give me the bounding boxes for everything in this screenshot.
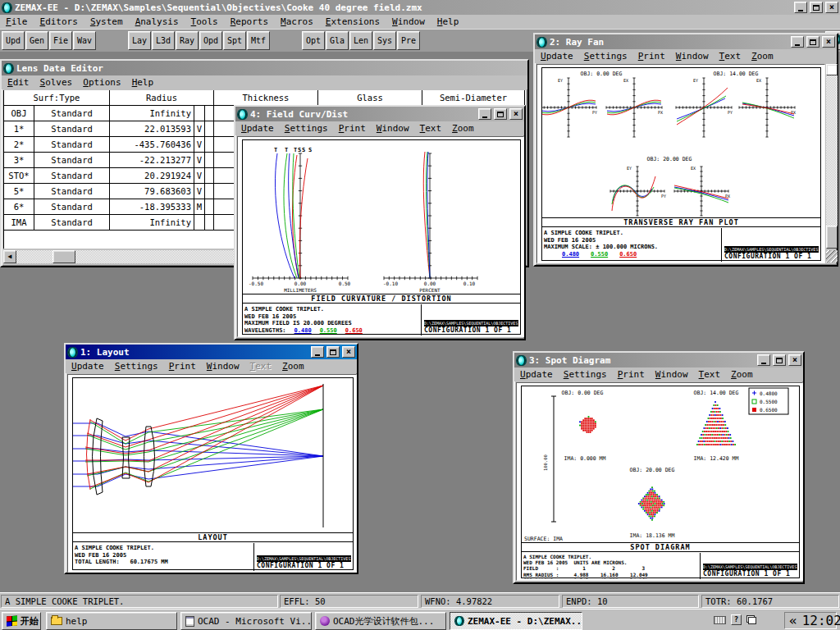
toolbar-opd-button[interactable]: Opd [199,31,222,50]
fieldcurv-menu-update[interactable]: Update [241,123,274,134]
menu-reports[interactable]: Reports [231,16,268,27]
lde-radius-cell[interactable]: 79.683603 [110,184,194,199]
fieldcurv-menu-text[interactable]: Text [420,123,442,134]
layout-menu-print[interactable]: Print [169,361,196,372]
windows-tray-icon[interactable] [746,615,756,624]
rayfan-menu-print[interactable]: Print [638,51,665,62]
lde-radius-flag-cell[interactable]: V [194,153,205,168]
toolbar-mtf-button[interactable]: Mtf [247,31,270,50]
lde-type-cell[interactable]: Standard [34,168,110,184]
spot-titlebar[interactable]: 3: Spot Diagram × [514,353,803,368]
layout-menu-settings[interactable]: Settings [115,361,158,372]
main-close-button[interactable]: × [825,2,838,13]
spot-maximize-button[interactable] [773,354,786,366]
toolbar-pre-button[interactable]: Pre [397,31,420,50]
lde-radius-pad-cell[interactable] [205,199,214,215]
lde-radius-flag-cell[interactable]: V [194,121,205,137]
rayfan-titlebar[interactable]: 2: Ray Fan × [535,34,837,49]
rayfan-scroll-track[interactable] [826,75,838,226]
lde-radius-flag-cell[interactable]: V [194,184,205,199]
rayfan-menu-window[interactable]: Window [676,51,709,62]
scroll-up-button[interactable] [826,64,838,75]
lde-surf-cell[interactable]: 6* [4,199,34,215]
lde-radius-pad-cell[interactable] [205,153,214,168]
resize-grip[interactable] [826,250,838,262]
lde-type-cell[interactable]: Standard [34,137,110,153]
layout-menu-zoom[interactable]: Zoom [282,361,304,372]
lde-radius-cell[interactable]: Infinity [110,106,194,121]
lde-col-semidiameter[interactable]: Semi-Diameter [422,90,525,106]
fieldcurv-maximize-button[interactable] [494,108,507,120]
lde-col-glass[interactable]: Glass [318,90,422,106]
lde-radius-flag-cell[interactable] [194,215,205,231]
lde-type-cell[interactable]: Standard [34,215,110,231]
help-tray-icon[interactable]: ? [731,614,742,625]
toolbar-len-button[interactable]: Len [349,31,372,50]
toolbar-gen-button[interactable]: Gen [25,31,48,50]
lde-radius-pad-cell[interactable] [205,137,214,153]
rayfan-minimize-button[interactable] [791,36,804,48]
toolbar-opt-button[interactable]: Opt [302,31,325,50]
rayfan-menu-update[interactable]: Update [541,51,573,62]
layout-menu-window[interactable]: Window [207,361,240,372]
tray-collapse-chevron[interactable]: « [789,613,797,628]
toolbar-upd-button[interactable]: Upd [2,31,25,50]
task-zemax[interactable]: ZEMAX-EE - D:\ZEMAX... [450,612,582,630]
spot-menu-text[interactable]: Text [699,369,721,380]
lde-radius-flag-cell[interactable] [194,106,205,121]
lde-radius-cell[interactable]: 22.013593 [110,121,194,137]
lde-radius-pad-cell[interactable] [205,106,214,121]
rayfan-menu-settings[interactable]: Settings [584,51,628,62]
lde-radius-cell[interactable]: 20.291924 [110,168,194,184]
fieldcurv-menu-settings[interactable]: Settings [285,123,328,134]
lde-radius-pad-cell[interactable] [205,184,214,199]
main-maximize-button[interactable] [810,2,823,13]
main-titlebar[interactable]: ZEMAX-EE - D:\ZEMAX\Samples\Sequential\O… [0,0,840,15]
lde-type-cell[interactable]: Standard [34,106,110,121]
lde-radius-pad-cell[interactable] [205,215,214,231]
lde-radius-pad-cell[interactable] [205,168,214,184]
spot-minimize-button[interactable] [757,354,770,366]
toolbar-l3d-button[interactable]: L3d [152,31,175,50]
spot-menu-print[interactable]: Print [618,369,645,380]
rayfan-vscrollbar[interactable] [826,64,838,249]
layout-minimize-button[interactable] [311,346,324,358]
task-ocad-word[interactable]: OCAD - Microsoft Vi... [180,612,312,630]
toolbar-spt-button[interactable]: Spt [223,31,246,50]
lde-radius-flag-cell[interactable]: M [194,199,205,215]
lde-surf-cell[interactable]: 2* [4,137,34,153]
lde-scroll-thumb[interactable] [52,250,75,263]
lde-radius-cell[interactable]: -435.760436 [110,137,194,153]
task-ocad-software[interactable]: OCAD光学设计软件包... [315,612,446,630]
menu-tools[interactable]: Tools [191,16,218,27]
fieldcurv-menu-print[interactable]: Print [339,123,366,134]
lde-titlebar[interactable]: Lens Data Editor [2,61,527,75]
layout-menu-update[interactable]: Update [71,361,104,372]
lde-type-cell[interactable]: Standard [34,199,110,215]
spot-close-button[interactable]: × [788,354,801,366]
menu-help[interactable]: Help [437,16,459,27]
rayfan-menu-text[interactable]: Text [719,51,742,62]
lde-menu-options[interactable]: Options [83,77,121,88]
keyboard-layout-icon[interactable] [714,616,726,624]
menu-extensions[interactable]: Extensions [326,16,380,27]
spot-menu-zoom[interactable]: Zoom [731,369,753,380]
toolbar-sys-button[interactable]: Sys [373,31,396,50]
lde-menu-help[interactable]: Help [132,77,154,88]
task-help[interactable]: help [46,612,177,630]
lde-col-surftype[interactable]: Surf:Type [4,90,110,106]
toolbar-lay-button[interactable]: Lay [128,31,151,50]
menu-editors[interactable]: Editors [40,16,78,27]
rayfan-maximize-button[interactable] [806,36,819,48]
lde-col-radius[interactable]: Radius [110,90,214,106]
zemax-app-icon[interactable] [2,2,12,13]
fieldcurv-menu-window[interactable]: Window [377,123,409,134]
lde-radius-pad-cell[interactable] [205,121,214,137]
main-minimize-button[interactable] [794,2,807,13]
lde-radius-flag-cell[interactable]: V [194,168,205,184]
menu-window[interactable]: Window [392,16,425,27]
fieldcurv-minimize-button[interactable] [478,108,491,120]
lde-surf-cell[interactable]: 3* [4,153,34,168]
scroll-left-button[interactable]: ◀ [3,250,16,263]
lde-radius-flag-cell[interactable]: V [194,137,205,153]
